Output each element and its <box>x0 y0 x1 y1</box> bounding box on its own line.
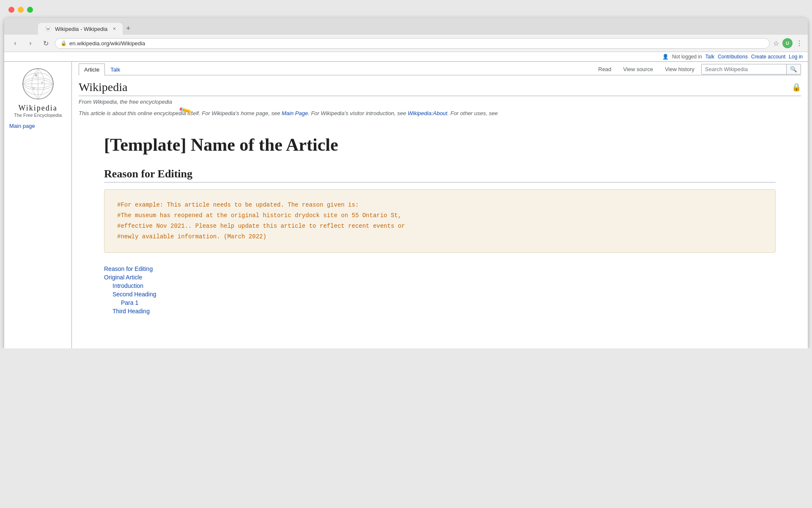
traffic-light-yellow[interactable] <box>18 7 24 13</box>
toc-third-heading[interactable]: Third Heading <box>112 308 776 315</box>
wikipedia-page: 👤 Not logged in Talk Contributions Creat… <box>4 52 808 348</box>
top-create-account-link[interactable]: Create account <box>751 54 785 60</box>
user-avatar[interactable]: U <box>782 38 793 48</box>
macos-chrome: W Wikipedia - Wikipedia × + ‹ › ↻ 🔒 en.w… <box>0 0 812 348</box>
toc-original-article[interactable]: Original Article <box>104 274 776 281</box>
menu-button[interactable]: ⋮ <box>796 39 803 47</box>
top-contributions-link[interactable]: Contributions <box>718 54 748 60</box>
url-bar-container: ‹ › ↻ 🔒 en.wikipedia.org/wiki/Wikipedia … <box>4 35 808 52</box>
update-box-text: #For example: This article needs to be u… <box>117 200 763 243</box>
traffic-light-green[interactable] <box>27 7 33 13</box>
update-line-2: #The museum has reopened at the original… <box>117 210 763 221</box>
new-tab-button[interactable]: + <box>123 24 134 33</box>
star-button[interactable]: ☆ <box>773 39 779 47</box>
refresh-button[interactable]: ↻ <box>40 37 52 49</box>
svg-text:W: W <box>46 27 50 31</box>
update-box: #For example: This article needs to be u… <box>104 189 776 253</box>
tab-bar: W Wikipedia - Wikipedia × + <box>4 18 808 35</box>
wiki-logo-title: Wikipedia <box>9 104 66 113</box>
wiki-top-bar: 👤 Not logged in Talk Contributions Creat… <box>4 52 808 62</box>
browser-tab[interactable]: W Wikipedia - Wikipedia × <box>38 23 123 35</box>
url-bar[interactable]: 🔒 en.wikipedia.org/wiki/Wikipedia <box>55 38 770 49</box>
forward-button[interactable]: › <box>25 37 36 49</box>
wiki-content-area: Ω μ π Wikipedia The Free Encyclopedia Ma… <box>4 62 808 348</box>
reason-for-editing-heading: Reason for Editing <box>104 168 776 182</box>
tab-close-button[interactable]: × <box>113 26 116 32</box>
wiki-tab-left: Article Talk <box>79 64 126 75</box>
sidebar-main-page-link[interactable]: Main page <box>9 123 66 129</box>
template-article-title: [Template] Name of the Article <box>104 135 776 155</box>
back-button[interactable]: ‹ <box>9 37 21 49</box>
update-line-4: #newly available information. (March 202… <box>117 232 763 242</box>
tab-view-history[interactable]: View history <box>660 64 700 75</box>
url-text: en.wikipedia.org/wiki/Wikipedia <box>69 40 764 47</box>
tab-article[interactable]: Article <box>79 64 105 75</box>
not-logged-in-text: Not logged in <box>672 54 702 60</box>
wiki-logo-subtitle: The Free Encyclopedia <box>9 113 66 118</box>
browser-window: W Wikipedia - Wikipedia × + ‹ › ↻ 🔒 en.w… <box>4 18 808 348</box>
top-login-link[interactable]: Log in <box>789 54 803 60</box>
top-talk-link[interactable]: Talk <box>705 54 714 60</box>
toc-reason-for-editing[interactable]: Reason for Editing <box>104 265 776 272</box>
svg-text:π: π <box>33 86 35 90</box>
article-title: Wikipedia 🔒 <box>79 80 801 96</box>
search-button[interactable]: 🔍 <box>786 64 801 74</box>
update-line-3: #effective Nov 2021.. Please help update… <box>117 221 763 232</box>
toc-introduction[interactable]: Introduction <box>112 282 776 289</box>
traffic-light-red[interactable] <box>8 7 14 13</box>
hatnote-main-page-link[interactable]: Main Page <box>282 110 308 116</box>
wiki-tab-right: Read View source View history 🔍 <box>593 64 801 75</box>
hatnote-container: This article is about this online encycl… <box>79 109 801 118</box>
hatnote-about-link[interactable]: Wikipedia:About <box>408 110 447 116</box>
traffic-lights <box>0 7 812 18</box>
wiki-sidebar: Ω μ π Wikipedia The Free Encyclopedia Ma… <box>4 62 72 348</box>
wiki-main: Article Talk Read View source View histo… <box>72 62 808 348</box>
wiki-search[interactable]: 🔍 <box>701 64 801 75</box>
article-hatnote: This article is about this online encycl… <box>79 109 801 118</box>
lock-icon: 🔒 <box>60 40 67 46</box>
lock-icon: 🔒 <box>792 83 801 92</box>
tab-view-source[interactable]: View source <box>618 64 658 75</box>
tab-title: Wikipedia - Wikipedia <box>55 26 107 32</box>
tab-talk[interactable]: Talk <box>105 64 126 75</box>
url-actions: ☆ U ⋮ <box>773 38 803 48</box>
wiki-logo-container: Ω μ π Wikipedia The Free Encyclopedia <box>9 67 66 118</box>
svg-text:Ω: Ω <box>35 73 37 77</box>
toc-container: Reason for Editing Original Article Intr… <box>104 265 776 315</box>
article-title-text: Wikipedia <box>79 80 128 94</box>
toc-para-1[interactable]: Para 1 <box>121 299 776 306</box>
article-subtitle: From Wikipedia, the free encyclopedia <box>79 99 801 105</box>
toc-second-heading[interactable]: Second Heading <box>112 291 776 298</box>
svg-text:μ: μ <box>41 80 43 84</box>
not-logged-in-icon: 👤 <box>662 54 669 60</box>
tab-favicon: W <box>45 25 52 32</box>
wiki-tabs: Article Talk Read View source View histo… <box>79 62 801 75</box>
search-input[interactable] <box>702 64 786 74</box>
tab-read[interactable]: Read <box>593 64 617 75</box>
update-line-1: #For example: This article needs to be u… <box>117 200 763 210</box>
wiki-globe-icon: Ω μ π <box>21 67 55 101</box>
